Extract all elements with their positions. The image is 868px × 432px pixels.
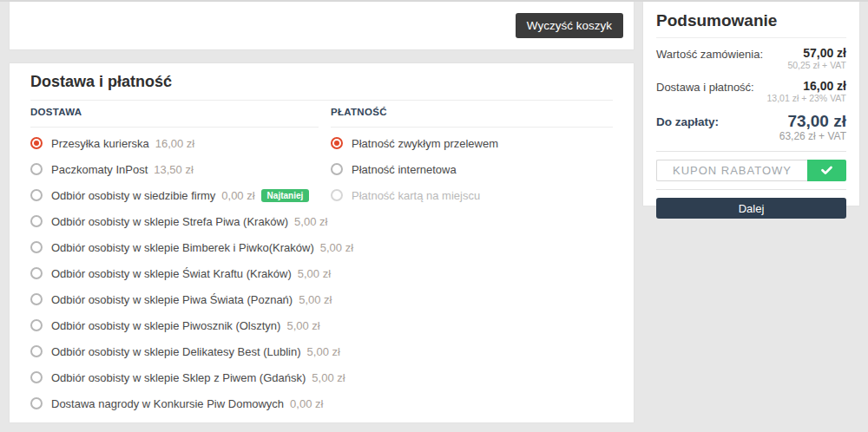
delivery-option-price: 5,00 zł	[286, 319, 319, 332]
delivery-option-row[interactable]: Odbiór osobisty w sklepie Bimberek i Piw…	[30, 234, 319, 260]
radio-button-icon[interactable]	[30, 293, 43, 305]
radio-button-icon[interactable]	[30, 267, 43, 279]
delivery-option-label: Odbiór osobisty w sklepie Piwa Świata (P…	[51, 293, 293, 306]
payment-column-header: PŁATNOŚĆ	[331, 106, 613, 128]
delivery-option-label: Paczkomaty InPost	[51, 163, 148, 176]
radio-button-icon[interactable]	[30, 137, 43, 149]
delivery-option-label: Odbiór osobisty w sklepie Bimberek i Piw…	[51, 241, 314, 254]
delivery-option-label: Odbiór osobisty w sklepie Delikatesy Bes…	[51, 345, 301, 358]
delivery-option-label: Odbiór osobisty w sklepie Sklep z Piwem …	[51, 371, 306, 384]
divider	[656, 151, 846, 152]
radio-button-icon[interactable]	[30, 345, 43, 357]
summary-row-value: 16,00 zł	[766, 79, 846, 93]
summary-row-value: 73,00 zł	[779, 112, 846, 130]
radio-button-icon[interactable]	[331, 137, 343, 149]
clear-cart-button[interactable]: Wyczyść koszyk	[516, 13, 623, 38]
payment-option-label: Płatność zwykłym przelewem	[352, 137, 498, 150]
payment-column: PŁATNOŚĆ Płatność zwykłym przelewem Płat…	[331, 106, 613, 416]
radio-button-icon[interactable]	[30, 319, 43, 331]
delivery-option-label: Odbiór osobisty w siedzibie firmy	[51, 189, 215, 202]
radio-button-icon[interactable]	[30, 215, 43, 227]
summary-row: Dostawa i płatność: 16,00 zł 13,01 zł + …	[656, 79, 846, 104]
delivery-option-row[interactable]: Odbiór osobisty w siedzibie firmy 0,00 z…	[30, 182, 319, 208]
summary-row-label: Dostawa i płatność:	[656, 79, 754, 94]
delivery-payment-card: Dostawa i płatność DOSTAWA Przesyłka kur…	[9, 62, 635, 423]
payment-option-row[interactable]: Płatność zwykłym przelewem	[331, 130, 613, 156]
delivery-option-price: 16,00 zł	[155, 137, 195, 150]
delivery-option-price: 5,00 zł	[294, 215, 327, 228]
coupon-row	[656, 160, 846, 181]
delivery-option-row[interactable]: Odbiór osobisty w sklepie Piwosznik (Ols…	[30, 312, 319, 338]
delivery-option-row[interactable]: Paczkomaty InPost 13,50 zł	[30, 156, 319, 182]
order-summary-card: Podsumowanie Wartość zamówienia: 57,00 z…	[642, 2, 860, 206]
coupon-apply-button[interactable]	[807, 160, 846, 181]
coupon-input[interactable]	[656, 160, 807, 181]
payment-option-label: Płatność kartą na miejscu	[352, 189, 480, 202]
delivery-option-row[interactable]: Odbiór osobisty w sklepie Sklep z Piwem …	[30, 364, 319, 390]
summary-row-net-value: 63,26 zł + VAT	[779, 130, 846, 143]
check-icon	[820, 164, 833, 177]
summary-row: Do zapłaty: 73,00 zł 63,26 zł + VAT	[656, 112, 846, 143]
delivery-options-list: Przesyłka kurierska 16,00 zł Paczkomaty …	[30, 130, 319, 416]
radio-button-icon[interactable]	[30, 241, 43, 253]
payment-option-row[interactable]: Płatność kartą na miejscu	[331, 182, 613, 208]
delivery-option-row[interactable]: Dostawa nagrody w Konkursie Piw Domowych…	[30, 390, 319, 416]
summary-row: Wartość zamówienia: 57,00 zł 50,25 zł + …	[656, 46, 846, 71]
radio-button-icon[interactable]	[30, 397, 43, 409]
delivery-option-price: 0,00 zł	[221, 189, 254, 202]
radio-button-icon[interactable]	[331, 163, 343, 175]
delivery-payment-columns: DOSTAWA Przesyłka kurierska 16,00 zł Pac…	[30, 106, 613, 416]
delivery-option-row[interactable]: Odbiór osobisty w sklepie Piwa Świata (P…	[30, 286, 319, 312]
summary-row-label: Wartość zamówienia:	[656, 46, 763, 61]
delivery-option-price: 5,00 zł	[298, 267, 331, 280]
summary-rows: Wartość zamówienia: 57,00 zł 50,25 zł + …	[656, 46, 846, 143]
delivery-option-label: Przesyłka kurierska	[51, 137, 149, 150]
radio-button-icon[interactable]	[331, 189, 343, 201]
cheapest-badge: Najtaniej	[261, 189, 310, 202]
delivery-option-price: 0,00 zł	[290, 397, 323, 410]
radio-button-icon[interactable]	[30, 371, 43, 383]
delivery-option-label: Odbiór osobisty w sklepie Piwosznik (Ols…	[51, 319, 280, 332]
delivery-option-label: Dostawa nagrody w Konkursie Piw Domowych	[51, 397, 284, 410]
delivery-option-price: 13,50 zł	[154, 163, 194, 176]
delivery-column-header: DOSTAWA	[30, 106, 319, 128]
summary-title: Podsumowanie	[656, 10, 846, 38]
payment-options-list: Płatność zwykłym przelewem Płatność inte…	[331, 130, 613, 208]
delivery-option-row[interactable]: Odbiór osobisty w sklepie Strefa Piwa (K…	[30, 208, 319, 234]
delivery-option-label: Odbiór osobisty w sklepie Świat Kraftu (…	[51, 267, 292, 280]
delivery-option-label: Odbiór osobisty w sklepie Strefa Piwa (K…	[51, 215, 288, 228]
summary-row-net-value: 50,25 zł + VAT	[787, 60, 846, 71]
delivery-option-row[interactable]: Odbiór osobisty w sklepie Świat Kraftu (…	[30, 260, 319, 286]
delivery-option-row[interactable]: Odbiór osobisty w sklepie Delikatesy Bes…	[30, 338, 319, 364]
summary-row-label: Do zapłaty:	[656, 112, 719, 128]
next-button[interactable]: Dalej	[656, 198, 846, 219]
payment-option-row[interactable]: Płatność internetowa	[331, 156, 613, 182]
radio-button-icon[interactable]	[30, 163, 43, 175]
delivery-option-row[interactable]: Przesyłka kurierska 16,00 zł	[30, 130, 319, 156]
cart-card: Wyczyść koszyk	[9, 2, 635, 50]
page-title: Dostawa i płatność	[30, 72, 613, 101]
summary-row-net-value: 13,01 zł + 23% VAT	[766, 93, 846, 104]
divider	[656, 189, 846, 190]
payment-option-label: Płatność internetowa	[352, 163, 457, 176]
delivery-option-price: 5,00 zł	[299, 293, 332, 306]
radio-button-icon[interactable]	[30, 189, 43, 201]
delivery-column: DOSTAWA Przesyłka kurierska 16,00 zł Pac…	[30, 106, 319, 416]
summary-row-value: 57,00 zł	[787, 46, 846, 60]
